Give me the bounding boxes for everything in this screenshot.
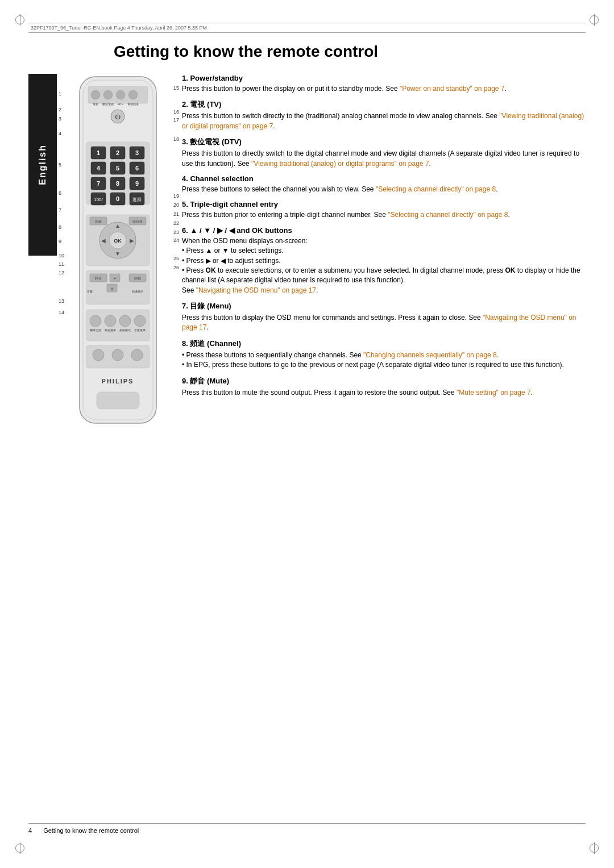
section-4-link[interactable]: "Selecting a channel directly" on page 8 bbox=[376, 185, 496, 193]
line-num-25: 25 bbox=[173, 256, 179, 261]
reg-mark-bl bbox=[14, 842, 26, 854]
section-7-body: Press this button to display the OSD men… bbox=[182, 313, 586, 333]
section-1-title: 1. Power/standby bbox=[182, 74, 586, 82]
section-1-link[interactable]: "Power on and standby" on page 7 bbox=[400, 85, 505, 93]
section-7: 7. 目錄 (Menu) Press this button to displa… bbox=[182, 301, 586, 333]
section-8-body: • Press these buttons to sequentially ch… bbox=[182, 350, 586, 370]
header-bar: 32PF1700T_96_Tuner-RC-EN.book Page 4 Thu… bbox=[28, 23, 586, 33]
section-8-link1[interactable]: "Changing channels sequentially" on page… bbox=[363, 351, 497, 359]
section-1: 1. Power/standby Press this button to po… bbox=[182, 74, 586, 94]
line-num-1: 1 bbox=[59, 91, 61, 97]
line-num-2: 2 bbox=[59, 107, 61, 112]
section-9: 9. 靜音 (Mute) Press this button to mute t… bbox=[182, 376, 586, 398]
footer-page-num: 4 bbox=[28, 827, 32, 834]
reg-mark-tl bbox=[14, 14, 26, 26]
line-num-13: 13 bbox=[59, 298, 64, 304]
section-2-title: 2. 電視 (TV) bbox=[182, 99, 586, 110]
line-num-12: 12 bbox=[59, 270, 64, 276]
section-3-title: 3. 數位電視 (DTV) bbox=[182, 137, 586, 147]
line-num-9: 9 bbox=[59, 239, 61, 244]
section-3: 3. 數位電視 (DTV) Press this button to direc… bbox=[182, 137, 586, 169]
section-8-title: 8. 頻道 (Channel) bbox=[182, 339, 586, 349]
section-9-title: 9. 靜音 (Mute) bbox=[182, 376, 586, 386]
section-2-body: Press this button to switch directly to … bbox=[182, 111, 586, 131]
section-6-link[interactable]: "Navigating the OSD menu" on page 17 bbox=[196, 286, 316, 294]
sidebar-label: English bbox=[38, 144, 48, 185]
section-5: 5. Triple-digit channel entry Press this… bbox=[182, 200, 586, 220]
section-3-link[interactable]: "Viewing traditional (analog) or digital… bbox=[251, 160, 429, 168]
line-numbers: 1 2 3 4 5 6 7 8 9 10 11 12 13 14 bbox=[59, 74, 184, 426]
file-info: 32PF1700T_96_Tuner-RC-EN.book Page 4 Thu… bbox=[31, 25, 207, 31]
section-9-link[interactable]: "Mute setting" on page 7 bbox=[457, 389, 531, 397]
section-9-body: Press this button to mute the sound outp… bbox=[182, 388, 586, 398]
footer-page-text: Getting to know the remote control bbox=[43, 827, 139, 834]
section-3-body: Press this button to directly switch to … bbox=[182, 149, 586, 169]
footer: 4 Getting to know the remote control bbox=[28, 823, 586, 834]
section-7-title: 7. 目錄 (Menu) bbox=[182, 301, 586, 311]
line-num-14: 14 bbox=[59, 310, 64, 315]
line-num-5: 5 bbox=[59, 162, 61, 168]
section-7-link[interactable]: "Navigating the OSD menu" on page 17 bbox=[182, 314, 576, 331]
line-num-20: 20 bbox=[173, 202, 179, 208]
page-title: Getting to know the remote control bbox=[114, 43, 586, 61]
section-6: 6. ▲ / ▼ / ▶ / ◀ and OK buttons When the… bbox=[182, 226, 586, 295]
line-num-17: 17 bbox=[173, 117, 179, 123]
line-num-21: 21 bbox=[173, 211, 179, 217]
reg-mark-br bbox=[588, 842, 600, 854]
line-num-24: 24 bbox=[173, 237, 179, 243]
line-num-8: 8 bbox=[59, 224, 61, 230]
sidebar-english: English bbox=[28, 74, 57, 256]
line-num-19: 19 bbox=[173, 193, 179, 199]
section-2-link[interactable]: "Viewing traditional (analog) or digital… bbox=[182, 112, 584, 130]
section-2: 2. 電視 (TV) Press this button to switch d… bbox=[182, 99, 586, 131]
line-num-10: 10 bbox=[59, 253, 64, 258]
line-num-11: 11 bbox=[59, 261, 64, 267]
section-4-body: Press these buttons to select the channe… bbox=[182, 185, 586, 194]
section-5-body: Press this button prior to entering a tr… bbox=[182, 210, 586, 220]
section-4-title: 4. Channel selection bbox=[182, 174, 586, 183]
line-num-26: 26 bbox=[173, 265, 179, 270]
main-content: 1. Power/standby Press this button to po… bbox=[182, 74, 586, 403]
section-5-title: 5. Triple-digit channel entry bbox=[182, 200, 586, 208]
line-num-23: 23 bbox=[173, 229, 179, 235]
section-6-body: When the OSD menu displays on-screen: • … bbox=[182, 236, 586, 295]
section-8: 8. 頻道 (Channel) • Press these buttons to… bbox=[182, 339, 586, 370]
line-num-15: 15 bbox=[173, 85, 179, 91]
line-num-18: 18 bbox=[173, 136, 179, 142]
section-4: 4. Channel selection Press these buttons… bbox=[182, 174, 586, 194]
reg-mark-tr bbox=[588, 14, 600, 26]
line-num-22: 22 bbox=[173, 220, 179, 226]
line-num-6: 6 bbox=[59, 190, 61, 196]
line-num-3: 3 bbox=[59, 116, 61, 122]
line-num-7: 7 bbox=[59, 207, 61, 213]
section-5-link[interactable]: "Selecting a channel directly" on page 8 bbox=[388, 211, 508, 219]
section-6-title: 6. ▲ / ▼ / ▶ / ◀ and OK buttons bbox=[182, 226, 586, 235]
section-1-body: Press this button to power the display o… bbox=[182, 84, 586, 94]
line-num-4: 4 bbox=[59, 131, 61, 136]
line-num-16: 16 bbox=[173, 109, 179, 115]
